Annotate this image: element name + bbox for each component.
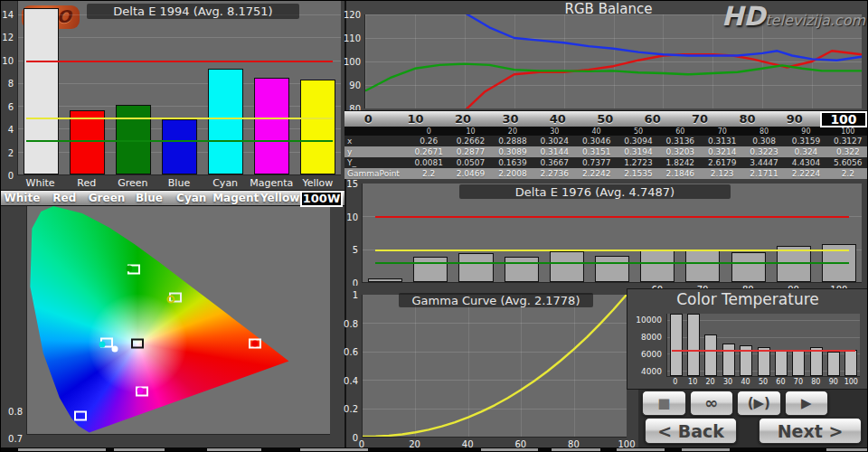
table-cell: 0.3144 — [533, 146, 575, 157]
table-row-y: y0.26710.28770.30890.31440.31510.31940.3… — [344, 146, 868, 157]
bottom-strip-segment — [617, 448, 665, 452]
measurement-tick-30[interactable]: 30 — [486, 111, 533, 127]
tick-label-10: 10 — [2, 55, 14, 65]
bar-Magenta — [254, 78, 290, 174]
color-option-blue[interactable]: Blue — [127, 191, 170, 205]
color-option-red[interactable]: Red — [43, 191, 86, 205]
tick-label-0.7: 0.7 — [8, 434, 23, 444]
color-option-green[interactable]: Green — [86, 191, 128, 205]
gamma-y-axis: 10.80.60.40.20 — [346, 295, 360, 438]
table-cell: 2.1711 — [743, 168, 785, 179]
table-corner-cell — [344, 127, 408, 136]
cie-marker-white-target — [131, 339, 144, 349]
column-header-70: 70 — [702, 127, 743, 136]
bar-Red — [70, 110, 106, 174]
table-cell: 0.3667 — [533, 157, 575, 168]
tick-label-6: 6 — [8, 101, 14, 111]
measurement-ticks: 0102030405060708090 — [344, 111, 868, 127]
color-option-white[interactable]: White — [1, 191, 43, 205]
panel-cie-diagram: 0.80.70.60.50.40.30.20.10 00.10.20.30.40… — [1, 206, 344, 452]
tick-label-Red: Red — [77, 177, 96, 189]
transport-controls: ■ ∞ (▶) ▶ — [642, 391, 828, 416]
tick-label-10: 10 — [346, 212, 358, 221]
bar-30 — [505, 257, 539, 282]
table-cell: 0.3024 — [533, 136, 575, 146]
table-row-GammaPoint: GammaPoint2.22.04692.20082.27362.22422.1… — [344, 168, 868, 179]
selected-color-box[interactable]: 100W — [300, 191, 343, 207]
table-cell: 5.6056 — [827, 157, 868, 168]
bottom-strip-segment — [826, 448, 868, 452]
bottom-strip-segment — [682, 448, 730, 452]
tick-label-40: 40 — [741, 378, 750, 386]
measurement-tick-70[interactable]: 70 — [676, 111, 723, 127]
row-label: GammaPoint — [344, 168, 408, 179]
bar-Yellow — [300, 80, 336, 174]
table-cell: 0.2877 — [449, 146, 491, 157]
series-gamma — [363, 295, 627, 437]
measurement-tick-90[interactable]: 90 — [771, 111, 818, 127]
tick-label-90: 90 — [349, 80, 361, 90]
measurement-tick-10[interactable]: 10 — [392, 111, 439, 127]
bar-20 — [704, 334, 717, 376]
table-cell: 0.2888 — [492, 136, 533, 146]
tick-label-90: 90 — [829, 378, 838, 386]
table-cell: 0.308 — [743, 136, 785, 146]
tick-label-80: 80 — [811, 378, 820, 386]
bottom-strip-segment — [481, 448, 538, 452]
table-cell: 0.324 — [785, 146, 826, 157]
table-cell: 0.3089 — [492, 146, 533, 157]
stop-button[interactable]: ■ — [642, 391, 686, 416]
cie-y-axis: 0.80.70.60.50.40.30.20.10 — [1, 411, 24, 452]
tick-label-5: 5 — [353, 245, 358, 255]
measurement-tick-60[interactable]: 60 — [628, 111, 675, 127]
bar-10 — [687, 314, 700, 376]
color-option-magent[interactable]: Magent — [212, 191, 259, 205]
cie-marker-green-measured — [127, 266, 133, 272]
tick-label-0: 0 — [353, 433, 358, 443]
panel-gamma-curve: Gamma Curve (Avg. 2.1778) 10.80.60.40.20… — [344, 286, 638, 452]
delta-e-1976-title: Delta E 1976 (Avg. 4.7487) — [459, 184, 731, 199]
bar-Blue — [162, 119, 198, 174]
color-selector-strip: WhiteRedGreenBlueCyanMagentYellow 100W — [1, 190, 344, 206]
table-cell: 0.3136 — [659, 136, 701, 146]
tick-label-10000: 10000 — [636, 315, 662, 325]
loop-button[interactable]: ∞ — [690, 391, 734, 416]
tick-label-4000: 4000 — [641, 367, 662, 376]
measurement-tick-20[interactable]: 20 — [439, 111, 486, 127]
gamma-curve-title: Gamma Curve (Avg. 2.1778) — [399, 293, 593, 307]
color-option-cyan[interactable]: Cyan — [170, 191, 212, 205]
table-cell: 0.3046 — [575, 136, 617, 146]
color-option-yellow[interactable]: Yellow — [259, 191, 301, 205]
tick-label-120: 120 — [344, 10, 361, 20]
measurement-tick-80[interactable]: 80 — [723, 111, 770, 127]
table-row-Y_: Y_0.00810.05070.16390.36670.73771.27231.… — [344, 157, 868, 168]
cie-marker-magenta-measured — [137, 388, 143, 394]
row-label: y — [344, 146, 408, 157]
measurement-tick-50[interactable]: 50 — [581, 111, 628, 127]
measurement-tick-40[interactable]: 40 — [534, 111, 581, 127]
selected-measurement-box[interactable]: 100 — [820, 111, 867, 127]
tick-label-1: 1 — [353, 290, 358, 300]
play-sequence-button[interactable]: (▶) — [737, 391, 781, 416]
color-selector-labels: WhiteRedGreenBlueCyanMagentYellow — [1, 191, 344, 205]
reference-line — [672, 350, 854, 352]
table-cell: 2.2 — [408, 168, 449, 179]
delta-e-1994-plot: PRO — [17, 1, 341, 175]
measurement-tick-0[interactable]: 0 — [344, 111, 392, 127]
tick-label-8: 8 — [8, 79, 14, 89]
table-cell: 2.1846 — [659, 168, 701, 179]
back-button[interactable]: < Back — [645, 418, 737, 444]
tick-label-0: 0 — [673, 378, 677, 386]
table-cell: 2.6179 — [702, 157, 743, 168]
measurement-table: 0102030405060708090100x0.260.26620.28880… — [344, 127, 868, 179]
tick-label-15: 15 — [346, 179, 358, 189]
tick-label-0.4: 0.4 — [344, 375, 358, 385]
column-header-90: 90 — [785, 127, 826, 136]
bar-90 — [827, 352, 840, 376]
rgb-balance-y-axis: 1201101009080 — [346, 14, 363, 108]
bar-60 — [640, 250, 675, 282]
next-button[interactable]: Next > — [759, 418, 862, 444]
cie-white-point-glow — [27, 206, 330, 434]
table-cell: 0.7377 — [575, 157, 617, 168]
play-button[interactable]: ▶ — [785, 391, 829, 416]
